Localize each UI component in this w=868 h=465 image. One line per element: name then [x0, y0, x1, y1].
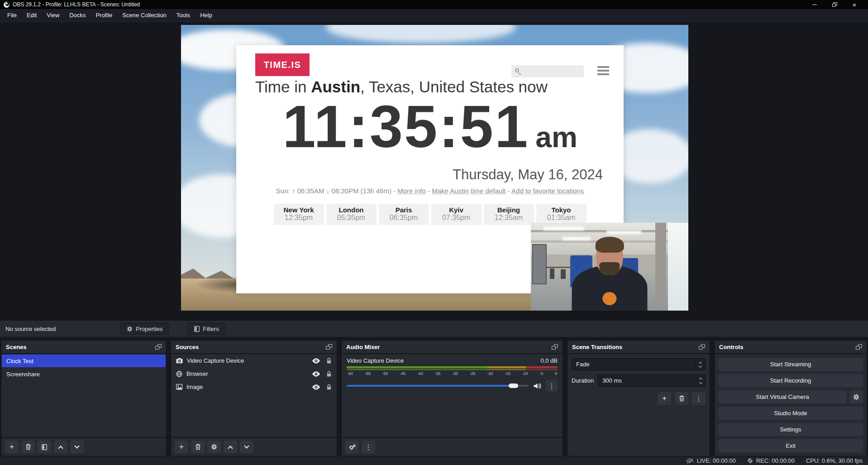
filters-icon [194, 326, 200, 332]
scene-item-screenshare[interactable]: Screenshare [2, 368, 166, 380]
program-preview[interactable]: TIME.IS Time in Austin, Texas, United St… [181, 25, 688, 311]
city-box-beijing[interactable]: Beijing12:35am [484, 204, 534, 225]
close-button[interactable]: × [844, 0, 864, 9]
transition-menu-button[interactable]: ⋮ [692, 392, 706, 405]
menu-scene-collection[interactable]: Scene Collection [117, 10, 172, 21]
obs-logo-icon [4, 2, 10, 8]
webcam-pillar [655, 223, 666, 300]
preview-area[interactable]: TIME.IS Time in Austin, Texas, United St… [0, 22, 868, 320]
mixer-channel-name: Video Capture Device [347, 357, 404, 364]
restore-icon [832, 2, 837, 7]
source-row-image[interactable]: Image [171, 380, 337, 393]
source-row-browser[interactable]: Browser [171, 367, 337, 380]
menu-edit[interactable]: Edit [22, 10, 42, 21]
eye-icon[interactable] [312, 384, 320, 390]
transition-select-arrows[interactable] [695, 359, 705, 370]
duration-label: Duration [572, 377, 594, 384]
eye-icon[interactable] [312, 358, 320, 364]
source-toolbar: No source selected Properties Filters [0, 320, 868, 337]
popout-icon[interactable] [155, 344, 162, 350]
scenes-panel: Scenes Clock Test Screenshare + [1, 340, 167, 456]
mixer-menu-button[interactable]: ⋮ [362, 441, 375, 453]
menu-docks[interactable]: Docks [64, 10, 91, 21]
controls-header: Controls [715, 340, 867, 354]
menu-help[interactable]: Help [195, 10, 217, 21]
source-row-video-capture[interactable]: Video Capture Device [171, 354, 337, 367]
audio-settings-icon [349, 444, 356, 450]
mixer-level-db: 0.0 dB [540, 357, 558, 364]
city-box-london[interactable]: London05:35pm [326, 204, 377, 225]
scene-filters-button[interactable] [38, 441, 51, 453]
volume-meter [347, 366, 558, 368]
city-box-tokyo[interactable]: Tokyo01:35am [536, 204, 587, 225]
remove-transition-button[interactable] [675, 392, 688, 405]
popout-icon[interactable] [699, 344, 705, 350]
hamburger-menu-icon[interactable] [597, 66, 609, 75]
minimize-button[interactable] [805, 0, 825, 9]
cpu-fps-status: CPU: 0.6%, 30.00 fps [806, 457, 863, 464]
exit-button[interactable]: Exit [718, 439, 863, 452]
volume-slider[interactable] [347, 385, 529, 387]
mixer-channel-menu-button[interactable]: ⋮ [546, 380, 558, 392]
controls-body: Start Streaming Start Recording Start Vi… [715, 354, 867, 456]
remove-source-button[interactable] [191, 441, 205, 453]
virtual-camera-settings-button[interactable] [849, 390, 863, 403]
filters-button[interactable]: Filters [188, 323, 225, 335]
source-move-down-button[interactable] [240, 441, 253, 453]
menu-view[interactable]: View [42, 10, 64, 21]
make-default-link[interactable]: Make Austin time default [432, 187, 506, 195]
start-streaming-button[interactable]: Start Streaming [718, 358, 863, 371]
source-move-up-button[interactable] [224, 441, 237, 453]
speaker-icon[interactable] [533, 383, 541, 389]
duration-spin-arrows[interactable] [696, 376, 705, 385]
eye-icon[interactable] [312, 371, 320, 377]
clock-digits: 11:35:51 [282, 93, 529, 160]
sources-footer: + [171, 437, 337, 456]
window-buttons: × [805, 0, 864, 9]
title-bar: OBS 29.1.2 - Profile: LLHLS BETA - Scene… [0, 0, 868, 9]
scene-item-clock-test[interactable]: Clock Test [2, 355, 166, 367]
start-recording-button[interactable]: Start Recording [718, 374, 863, 387]
properties-button[interactable]: Properties [120, 323, 169, 335]
image-icon [176, 384, 182, 390]
studio-mode-button[interactable]: Studio Mode [718, 407, 863, 420]
remove-scene-button[interactable] [21, 441, 35, 453]
timeis-logo[interactable]: TIME.IS [255, 53, 310, 76]
settings-button[interactable]: Settings [718, 423, 863, 436]
advanced-audio-button[interactable] [345, 441, 359, 453]
volume-slider-handle[interactable] [509, 384, 518, 388]
kebab-icon: ⋮ [365, 444, 372, 451]
add-transition-button[interactable]: + [658, 392, 671, 405]
audio-mixer-header: Audio Mixer [342, 340, 563, 354]
popout-icon[interactable] [326, 344, 332, 350]
scene-move-down-button[interactable] [70, 441, 84, 453]
menu-file[interactable]: File [2, 10, 22, 21]
add-favorite-link[interactable]: Add to favorite locations [511, 187, 584, 195]
audio-mixer-body: Video Capture Device 0.0 dB -60-55-50-45… [342, 354, 563, 437]
city-box-kyiv[interactable]: Kyiv07:35pm [431, 204, 482, 225]
lock-icon[interactable] [326, 371, 332, 377]
menu-profile[interactable]: Profile [91, 10, 117, 21]
restore-button[interactable] [825, 0, 844, 9]
city-box-newyork[interactable]: New York12:35pm [274, 204, 324, 225]
trash-icon [679, 395, 685, 402]
live-status: LIVE: 00:00:00 [686, 457, 736, 464]
add-source-button[interactable]: + [175, 441, 188, 453]
menu-tools[interactable]: Tools [172, 10, 195, 21]
lock-icon[interactable] [326, 384, 332, 390]
start-virtual-camera-button[interactable]: Start Virtual Camera [718, 390, 847, 403]
popout-icon[interactable] [856, 344, 862, 350]
more-info-link[interactable]: More info [397, 187, 426, 195]
scene-move-up-button[interactable] [54, 441, 67, 453]
transition-select[interactable]: Fade [572, 358, 706, 370]
add-scene-button[interactable]: + [5, 441, 19, 453]
popout-icon[interactable] [552, 344, 558, 350]
kebab-icon: ⋮ [548, 383, 555, 389]
scenes-footer: + [1, 437, 166, 456]
rec-status: REC: 00:00:00 [747, 457, 795, 464]
timeis-search-input[interactable] [511, 65, 584, 77]
city-box-paris[interactable]: Paris06:35pm [379, 204, 429, 225]
lock-icon[interactable] [326, 358, 332, 364]
source-properties-button[interactable] [207, 441, 221, 453]
duration-spinbox[interactable]: 300 ms [598, 374, 706, 387]
